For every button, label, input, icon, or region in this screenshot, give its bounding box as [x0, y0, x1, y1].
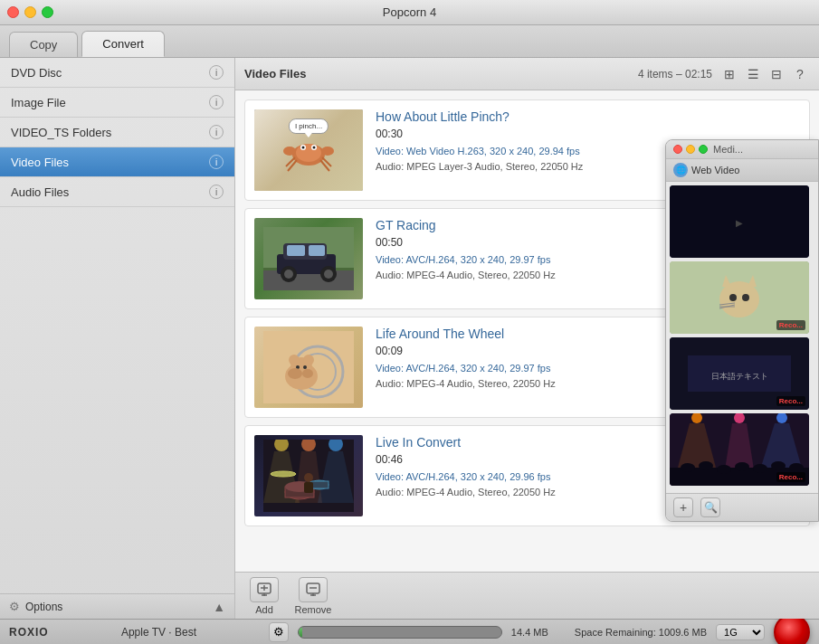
- hamster-svg: [263, 331, 354, 403]
- tab-copy[interactable]: Copy: [9, 32, 78, 57]
- window-title: Popcorn 4: [383, 5, 436, 19]
- tab-convert[interactable]: Convert: [81, 31, 165, 57]
- svg-point-22: [324, 270, 333, 279]
- capacity-selector[interactable]: 1G 4.7G 8.5G: [716, 624, 765, 640]
- help-button[interactable]: ?: [790, 64, 810, 84]
- float-thumb-2: Reco...: [670, 261, 809, 334]
- sidebar-item-dvd-disc[interactable]: DVD Disc i: [0, 58, 234, 88]
- svg-rect-18: [309, 245, 325, 256]
- float-rec-badge-3: Reco...: [776, 396, 805, 406]
- section-title: Video Files: [244, 67, 306, 80]
- svg-text:日本語テキスト: 日本語テキスト: [711, 372, 768, 381]
- options-label[interactable]: Options: [25, 601, 62, 613]
- float-thumb-3: 日本語テキスト Reco...: [670, 337, 809, 410]
- thumbnail-car: [254, 218, 363, 299]
- grid-view-button[interactable]: ⊞: [719, 64, 739, 84]
- svg-point-32: [288, 368, 302, 379]
- options-bar: ⚙ Options ▲: [0, 593, 234, 619]
- speech-bubble: I pinch...: [289, 118, 329, 134]
- float-search-button[interactable]: 🔍: [700, 497, 720, 517]
- remove-icon: [299, 577, 328, 602]
- main-toolbar: Video Files 4 items – 02:15 ⊞ ☰ ⊟ ?: [235, 58, 819, 90]
- car-svg: [263, 227, 354, 290]
- bottom-toolbar: Add Remove: [235, 572, 819, 619]
- thumbnail-hamster: [254, 327, 363, 408]
- info-icon-dvd[interactable]: i: [209, 65, 224, 80]
- float-close[interactable]: [673, 145, 682, 154]
- svg-point-64: [729, 294, 737, 301]
- svg-point-85: [771, 461, 786, 470]
- svg-line-9: [288, 160, 297, 171]
- close-button[interactable]: [7, 6, 19, 18]
- svg-point-33: [302, 369, 313, 378]
- title-bar: Popcorn 4: [0, 0, 819, 25]
- float-minimize[interactable]: [686, 145, 695, 154]
- remove-button[interactable]: Remove: [293, 577, 333, 615]
- svg-point-28: [289, 355, 300, 365]
- svg-point-84: [753, 464, 767, 473]
- content-area: DVD Disc i Image File i VIDEO_TS Folders…: [0, 58, 819, 619]
- svg-point-80: [681, 463, 695, 472]
- info-icon-image[interactable]: i: [209, 95, 224, 109]
- minimize-button[interactable]: [24, 6, 36, 18]
- traffic-lights: [7, 6, 53, 18]
- float-traffic-lights: [673, 145, 708, 154]
- info-icon-video-files[interactable]: i: [209, 155, 224, 169]
- sidebar-item-video-ts[interactable]: VIDEO_TS Folders i: [0, 118, 234, 147]
- preset-label: Apple TV · Best: [58, 626, 261, 639]
- add-icon: [250, 577, 279, 602]
- sidebar-item-video-files[interactable]: Video Files i: [0, 147, 234, 177]
- float-rec-badge-4: Reco...: [776, 472, 805, 482]
- list-view-button[interactable]: ☰: [743, 64, 763, 84]
- float-add-button[interactable]: +: [673, 497, 693, 517]
- status-bar: ROXIO Apple TV · Best ⚙ 14.4 MB Space Re…: [0, 619, 819, 644]
- svg-point-81: [699, 461, 713, 470]
- toolbar-icons: ⊞ ☰ ⊟ ?: [719, 64, 810, 84]
- add-label: Add: [255, 604, 273, 615]
- svg-point-86: [789, 463, 804, 472]
- info-icon-video-ts[interactable]: i: [209, 125, 224, 139]
- svg-point-20: [284, 270, 293, 279]
- svg-point-47: [304, 473, 313, 482]
- remove-label: Remove: [295, 604, 332, 615]
- sidebar: DVD Disc i Image File i VIDEO_TS Folders…: [0, 58, 235, 619]
- float-title: Medi...: [713, 144, 743, 155]
- svg-point-82: [717, 465, 731, 474]
- svg-point-1: [296, 144, 321, 162]
- float-tab-label[interactable]: Web Video: [691, 165, 739, 175]
- svg-point-2: [283, 147, 296, 156]
- float-tab-bar: 🌐 Web Video: [666, 159, 818, 182]
- float-maximize[interactable]: [699, 145, 708, 154]
- svg-point-3: [321, 147, 334, 156]
- float-content: ▶: [666, 182, 818, 493]
- web-video-icon: 🌐: [673, 163, 688, 177]
- app-body: Copy Convert DVD Disc i Image File i VID…: [0, 25, 819, 644]
- space-remaining: Space Remaining: 1009.6 MB: [575, 627, 707, 638]
- sidebar-item-audio-files[interactable]: Audio Files i: [0, 177, 234, 207]
- roxio-logo: ROXIO: [9, 626, 49, 639]
- svg-line-11: [320, 160, 329, 171]
- add-button[interactable]: Add: [244, 577, 284, 615]
- svg-point-46: [271, 471, 296, 477]
- thumbnail-crab: I pinch...: [254, 109, 363, 191]
- toolbar-right: 4 items – 02:15 ⊞ ☰ ⊟ ?: [638, 64, 810, 84]
- svg-text:▶: ▶: [736, 218, 743, 228]
- svg-point-7: [313, 146, 316, 148]
- share-button[interactable]: ⊟: [767, 64, 786, 84]
- options-chevron: ▲: [213, 600, 225, 614]
- drums-svg: [263, 440, 354, 512]
- svg-point-6: [302, 146, 305, 148]
- float-rec-badge-2: Reco...: [776, 320, 805, 330]
- settings-button[interactable]: ⚙: [269, 622, 289, 642]
- items-count: 4 items – 02:15: [638, 68, 712, 80]
- float-thumb-4: Reco...: [670, 413, 809, 486]
- floating-panel: Medi... 🌐 Web Video ▶: [665, 139, 819, 522]
- float-thumb-1: ▶: [670, 185, 809, 258]
- options-icon: ⚙: [9, 600, 20, 613]
- video-title: How About Little Pinch?: [376, 109, 800, 124]
- maximize-button[interactable]: [42, 6, 53, 18]
- progress-label: 14.4 MB: [511, 627, 566, 638]
- progress-fill: [299, 627, 301, 638]
- sidebar-item-image-file[interactable]: Image File i: [0, 88, 234, 118]
- info-icon-audio[interactable]: i: [209, 185, 224, 199]
